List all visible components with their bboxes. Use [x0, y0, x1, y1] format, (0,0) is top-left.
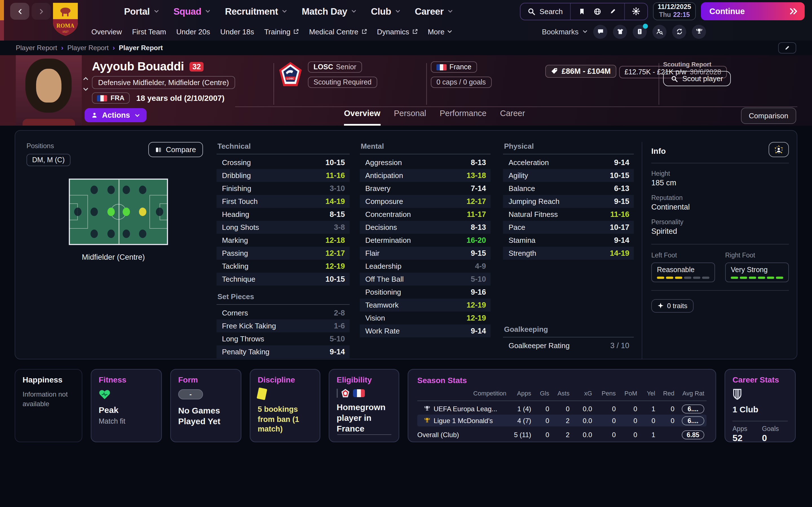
main-nav-item[interactable]: Recruitment	[225, 6, 287, 17]
bookmark-icon[interactable]	[578, 8, 585, 15]
sub-nav-item[interactable]: First Team	[132, 27, 166, 36]
compare-button[interactable]: Compare	[148, 142, 203, 157]
happiness-card[interactable]: Happiness Information not available	[15, 369, 82, 442]
season-stats-column[interactable]: Competition	[417, 390, 506, 397]
attribute-row[interactable]: Flair 9-15	[359, 247, 490, 260]
globe-icon[interactable]	[594, 8, 601, 15]
attribute-row[interactable]: Marking 12-18	[216, 234, 349, 247]
main-nav-item[interactable]: Career	[415, 6, 453, 17]
traits-button[interactable]: 0 traits	[651, 299, 694, 313]
attribute-row[interactable]: Penalty Taking 9-14	[216, 345, 349, 358]
position-dot[interactable]	[139, 186, 147, 194]
roma-club-crest[interactable]: ROMA 1927	[52, 2, 79, 38]
sub-nav-item[interactable]: Overview	[91, 27, 122, 36]
position-dot[interactable]	[91, 230, 98, 238]
sub-nav-item[interactable]: More	[428, 27, 452, 36]
season-stats-column[interactable]: Avg Rat	[674, 390, 704, 397]
main-nav-item[interactable]: Club	[371, 6, 400, 17]
previous-player-chevron-up[interactable]	[83, 76, 89, 80]
squad-shirt-button[interactable]	[613, 24, 627, 39]
attribute-row[interactable]: Vision 12-19	[359, 312, 490, 325]
attribute-row[interactable]: Tackling 12-19	[216, 260, 349, 273]
main-nav-item[interactable]: Portal	[124, 6, 159, 17]
discipline-card[interactable]: Discipline 5 bookings from ban (1 match)	[250, 369, 320, 442]
attribute-row[interactable]: Positioning 9-16	[359, 286, 490, 298]
attribute-row[interactable]: Teamwork 12-19	[359, 298, 490, 312]
season-stats-column[interactable]: Gls	[531, 390, 549, 397]
player-profile-icon-button[interactable]	[769, 142, 789, 157]
season-stats-column[interactable]: Apps	[506, 390, 531, 397]
position-dot[interactable]	[139, 208, 147, 216]
attribute-row[interactable]: Concentration 11-17	[359, 208, 490, 221]
attribute-row[interactable]: Strength 14-19	[503, 247, 634, 260]
player-tab[interactable]: Personal	[394, 109, 426, 126]
main-nav-item[interactable]: Match Day	[302, 6, 356, 17]
attribute-row[interactable]: Stamina 9-14	[503, 234, 634, 247]
main-nav-item[interactable]: Squad	[173, 6, 210, 17]
edit-view-button[interactable]	[778, 42, 796, 54]
position-dot[interactable]	[91, 208, 98, 216]
attribute-row[interactable]: Goalkeeper Rating 3 / 10	[503, 339, 634, 352]
position-dot[interactable]	[123, 208, 130, 216]
season-stats-column[interactable]: Asts	[549, 390, 569, 397]
game-date-display[interactable]: 11/12/2025 Thu22:15	[653, 2, 696, 20]
player-tab[interactable]: Overview	[344, 109, 380, 126]
attribute-row[interactable]: Work Rate 9-14	[359, 325, 490, 337]
sub-nav-item[interactable]: Dynamics	[377, 27, 417, 36]
attribute-row[interactable]: Corners 2-8	[216, 306, 349, 320]
sub-nav-item[interactable]: Under 20s	[176, 27, 210, 36]
sub-nav-item[interactable]: Under 18s	[220, 27, 254, 36]
breadcrumb-item[interactable]: Player Report	[16, 44, 57, 52]
history-forward-button[interactable]	[32, 3, 51, 20]
form-card[interactable]: Form - No Games Played Yet	[170, 369, 241, 442]
position-dot[interactable]	[139, 230, 147, 238]
attribute-row[interactable]: Natural Fitness 11-16	[503, 208, 634, 221]
attribute-row[interactable]: Leadership 4-9	[359, 260, 490, 273]
fitness-card[interactable]: Fitness Peak Match fit	[91, 369, 162, 442]
comparison-button[interactable]: Comparison	[741, 108, 796, 124]
attribute-row[interactable]: Finishing 3-10	[216, 182, 349, 195]
attribute-row[interactable]: Technique 10-15	[216, 273, 349, 286]
attribute-row[interactable]: First Touch 14-19	[216, 195, 349, 208]
scout-player-button[interactable]: Scout player	[663, 71, 731, 86]
attribute-row[interactable]: Long Shots 3-8	[216, 221, 349, 234]
position-dot[interactable]	[107, 186, 114, 194]
attribute-row[interactable]: Bravery 7-14	[359, 182, 490, 195]
settings-gear-button[interactable]	[625, 3, 647, 19]
position-pitch-map[interactable]	[69, 179, 168, 245]
player-tab[interactable]: Career	[500, 109, 525, 126]
attribute-row[interactable]: Free Kick Taking 1-6	[216, 320, 349, 332]
bookmarks-dropdown[interactable]: Bookmarks	[542, 27, 588, 36]
inbox-messages-button[interactable]	[593, 24, 607, 39]
position-dot[interactable]	[74, 208, 82, 216]
season-stats-row[interactable]: Ligue 1 McDonald's 4 (7) 0 2 0.0 0 0 0 0…	[417, 414, 707, 427]
actions-button[interactable]: Actions	[85, 108, 146, 122]
attribute-row[interactable]: Passing 12-17	[216, 247, 349, 260]
attribute-row[interactable]: Long Throws 5-10	[216, 332, 349, 345]
history-back-button[interactable]	[10, 3, 29, 20]
career-stats-card[interactable]: Career Stats 1 Club Apps 52 Goals 0	[725, 369, 796, 442]
attribute-row[interactable]: Acceleration 9-14	[503, 156, 634, 169]
scouting-button[interactable]	[652, 24, 666, 39]
season-stats-column[interactable]: Red	[655, 390, 674, 397]
attribute-row[interactable]: Decisions 8-13	[359, 221, 490, 234]
position-dot[interactable]	[123, 186, 130, 194]
season-stats-row[interactable]: UEFA Europa Leag... 1 (4) 0 0 0.0 0 0 1 …	[417, 403, 707, 414]
attribute-row[interactable]: Agility 10-15	[503, 169, 634, 182]
position-dot[interactable]	[107, 230, 114, 238]
attribute-row[interactable]: Crossing 10-15	[216, 156, 349, 169]
attribute-row[interactable]: Anticipation 13-18	[359, 169, 490, 182]
breadcrumb-item[interactable]: Player Report	[67, 44, 109, 52]
reports-alert-button[interactable]	[633, 24, 647, 39]
attribute-row[interactable]: Jumping Reach 9-15	[503, 195, 634, 208]
position-dot[interactable]	[156, 208, 163, 216]
sync-button[interactable]	[672, 24, 686, 39]
season-stats-column[interactable]: Pens	[592, 390, 616, 397]
season-stats-row[interactable]: Overall (Club) 5 (11) 0 2 0.0 0 0 1 6.85	[417, 429, 707, 441]
sub-nav-item[interactable]: Training	[264, 27, 299, 36]
position-dot[interactable]	[91, 186, 98, 194]
attribute-row[interactable]: Composure 12-17	[359, 195, 490, 208]
sub-nav-item[interactable]: Medical Centre	[309, 27, 367, 36]
season-stats-column[interactable]: xG	[569, 390, 592, 397]
attribute-row[interactable]: Balance 6-13	[503, 182, 634, 195]
